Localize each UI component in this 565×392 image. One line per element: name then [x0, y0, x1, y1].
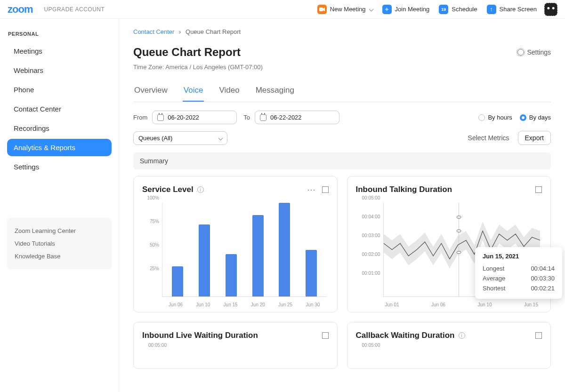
radio-icon — [520, 114, 526, 121]
sidebar-item-analytics[interactable]: Analytics & Reports — [7, 139, 112, 156]
x-tick: Jun 15 — [524, 302, 538, 307]
tab-messaging[interactable]: Messaging — [255, 82, 295, 102]
bar — [306, 250, 317, 297]
help-video-tutorials[interactable]: Video Tutorials — [14, 237, 105, 250]
settings-button[interactable]: Settings — [517, 48, 551, 56]
card-callback: Callback Waiting Duration i 00:05:00 — [347, 322, 551, 369]
tooltip-longest-value: 00:04:14 — [531, 265, 555, 272]
tooltip-average-value: 00:03:30 — [531, 275, 555, 282]
y-tick: 00:05:00 — [362, 343, 380, 348]
tooltip-average-label: Average — [483, 275, 505, 282]
tab-overview[interactable]: Overview — [133, 82, 169, 102]
info-icon[interactable]: i — [197, 186, 204, 193]
x-tick: Jun 06 — [169, 302, 183, 307]
y-tick: 75% — [150, 219, 159, 224]
content: Contact Center › Queue Chart Report Queu… — [119, 19, 565, 392]
expand-icon[interactable] — [322, 186, 329, 193]
tooltip-longest-label: Longest — [483, 265, 504, 272]
y-tick: 00:03:00 — [362, 233, 380, 238]
share-screen-button[interactable]: ↑ Share Screen — [487, 5, 537, 14]
tab-voice[interactable]: Voice — [183, 82, 204, 102]
y-tick: 100% — [147, 195, 159, 200]
card-title: Service Level — [142, 185, 194, 194]
timezone-text: Time Zone: America / Los Angeles (GMT-07… — [133, 64, 551, 71]
to-date-value: 06-22-2022 — [270, 114, 302, 121]
chevron-down-icon — [218, 136, 223, 140]
y-tick: 25% — [150, 266, 159, 271]
schedule-label: Schedule — [452, 6, 477, 13]
settings-label: Settings — [527, 48, 551, 56]
share-icon: ↑ — [487, 5, 496, 14]
from-date-input[interactable]: 06-20-2022 — [152, 111, 237, 124]
x-tick: Jun 30 — [306, 302, 320, 307]
plus-icon: + — [382, 5, 392, 14]
card-title: Callback Waiting Duration — [356, 331, 455, 340]
x-tick: Jun 01 — [385, 302, 399, 307]
breadcrumb-parent[interactable]: Contact Center — [133, 28, 174, 35]
help-knowledge-base[interactable]: Knowledge Base — [14, 250, 105, 263]
callback-chart: 00:05:00 — [356, 345, 542, 364]
card-inbound-talking: Inbound Talking Duration 00:05:00 00:04:… — [347, 176, 551, 312]
calendar-icon: 19 — [439, 5, 448, 14]
x-tick: Jun 15 — [224, 302, 238, 307]
from-date-value: 06-20-2022 — [168, 114, 199, 121]
info-icon[interactable]: i — [459, 332, 465, 339]
avatar[interactable] — [544, 3, 557, 16]
y-tick: 00:01:00 — [362, 271, 380, 276]
page-title: Queue Chart Report — [133, 46, 241, 59]
card-title: Inbound Talking Duration — [356, 185, 452, 194]
select-metrics-button[interactable]: Select Metrics — [468, 134, 509, 142]
sidebar-item-settings[interactable]: Settings — [7, 158, 112, 176]
export-button[interactable]: Export — [518, 131, 551, 145]
by-hours-radio[interactable]: By hours — [478, 114, 512, 121]
queues-select[interactable]: Queues (All) — [133, 131, 227, 145]
breadcrumb: Contact Center › Queue Chart Report — [133, 28, 551, 35]
y-tick: 00:05:00 — [362, 195, 380, 200]
card-service-level: Service Level i 100% 75% 50% 25% — [133, 176, 338, 312]
tooltip-date: Jun 15, 2021 — [483, 253, 555, 260]
sidebar-item-contact-center[interactable]: Contact Center — [7, 100, 112, 118]
top-header: zoom UPGRADE ACCOUNT New Meeting + Join … — [0, 0, 565, 19]
expand-icon[interactable] — [322, 332, 329, 339]
to-label: To — [243, 114, 250, 121]
upgrade-account-link[interactable]: UPGRADE ACCOUNT — [44, 6, 105, 13]
share-screen-label: Share Screen — [500, 6, 537, 13]
chevron-down-icon — [369, 7, 373, 12]
service-level-chart: 100% 75% 50% 25% Jun 06Jun 10Jun 15Jun 2… — [142, 199, 329, 307]
more-icon[interactable] — [307, 185, 315, 194]
sidebar-item-recordings[interactable]: Recordings — [7, 120, 112, 137]
by-days-radio[interactable]: By days — [520, 114, 551, 121]
svg-point-2 — [457, 230, 461, 232]
card-title: Inbound Live Waiting Duration — [142, 331, 258, 340]
sidebar-heading: PERSONAL — [8, 31, 112, 37]
bar — [279, 203, 290, 296]
tabs: Overview Voice Video Messaging — [133, 82, 551, 102]
schedule-button[interactable]: 19 Schedule — [439, 5, 477, 14]
calendar-icon — [157, 114, 164, 121]
help-learning-center[interactable]: Zoom Learning Center — [14, 224, 105, 237]
x-tick: Jun 06 — [431, 302, 445, 307]
sidebar-item-phone[interactable]: Phone — [7, 81, 112, 98]
sidebar-item-meetings[interactable]: Meetings — [7, 42, 112, 60]
video-icon — [317, 5, 327, 14]
svg-point-3 — [457, 251, 461, 254]
svg-point-1 — [457, 216, 461, 218]
card-inbound-live: Inbound Live Waiting Duration 00:05:00 — [133, 322, 338, 369]
join-meeting-button[interactable]: + Join Meeting — [382, 5, 430, 14]
tab-video[interactable]: Video — [218, 82, 240, 102]
expand-icon[interactable] — [535, 332, 542, 339]
x-tick: Jun 10 — [477, 302, 492, 307]
tooltip-shortest-label: Shortest — [483, 285, 505, 292]
to-date-input[interactable]: 06-22-2022 — [255, 111, 339, 124]
bar — [199, 224, 210, 296]
by-hours-label: By hours — [488, 114, 512, 121]
summary-heading: Summary — [133, 152, 551, 169]
new-meeting-button[interactable]: New Meeting — [317, 5, 373, 14]
radio-icon — [478, 114, 485, 121]
expand-icon[interactable] — [535, 186, 542, 193]
sidebar-item-webinars[interactable]: Webinars — [7, 62, 112, 79]
chart-tooltip: Jun 15, 2021 Longest00:04:14 Average00:0… — [475, 247, 562, 299]
bar — [252, 215, 264, 296]
new-meeting-label: New Meeting — [330, 6, 366, 13]
x-tick: Jun 10 — [196, 302, 210, 307]
